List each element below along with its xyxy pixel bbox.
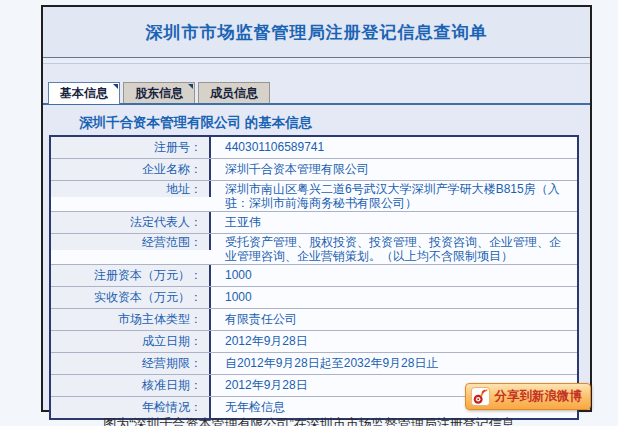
row-label: 市场主体类型： bbox=[51, 309, 211, 330]
table-row: 企业名称： 深圳千合资本管理有限公司 bbox=[51, 159, 577, 181]
row-value: 有限责任公司 bbox=[211, 309, 577, 330]
tab-item-1[interactable]: 股东信息 bbox=[123, 82, 195, 103]
row-label: 核准日期： bbox=[51, 375, 211, 396]
row-label: 经营期限： bbox=[51, 353, 211, 374]
tab-label: 基本信息 bbox=[60, 86, 108, 100]
row-value: 深圳千合资本管理有限公司 bbox=[211, 159, 577, 180]
tab-corner-mark bbox=[113, 84, 118, 89]
tab-label: 股东信息 bbox=[135, 86, 183, 100]
row-value: 440301106589741 bbox=[211, 137, 577, 158]
info-table: 注册号： 440301106589741 企业名称： 深圳千合资本管理有限公司 … bbox=[49, 135, 579, 420]
page-title: 深圳市市场监督管理局注册登记信息查询单 bbox=[146, 21, 488, 44]
title-divider bbox=[43, 57, 590, 64]
row-label: 经营范围： bbox=[51, 234, 211, 250]
tab-label: 成员信息 bbox=[210, 86, 258, 100]
tab-corner-mark bbox=[188, 84, 193, 89]
row-value: 自2012年9月28日起至2032年9月28日止 bbox=[211, 353, 577, 374]
table-row: 注册资本（万元）： 1000 bbox=[51, 265, 577, 287]
weibo-icon bbox=[471, 387, 490, 406]
query-form-container: 深圳市市场监督管理局注册登记信息查询单 基本信息 股东信息 成员信息 深圳千合资… bbox=[41, 5, 592, 412]
row-label: 注册资本（万元）： bbox=[51, 265, 211, 286]
share-button-label: 分享到新浪微博 bbox=[495, 388, 583, 405]
table-row: 注册号： 440301106589741 bbox=[51, 137, 577, 159]
row-label: 注册号： bbox=[51, 137, 211, 158]
section-heading: 深圳千合资本管理有限公司 的基本信息 bbox=[79, 114, 590, 132]
table-row: 地址： 深圳市南山区粤兴二道6号武汉大学深圳产学研大楼B815房（入驻：深圳市前… bbox=[51, 181, 577, 212]
title-bar: 深圳市市场监督管理局注册登记信息查询单 bbox=[43, 7, 590, 57]
page-caption: 图为“深圳千合资本管理有限公司”在深圳市市场监督管理局注册登记信息 bbox=[0, 415, 618, 426]
table-row: 经营范围： 受托资产管理、股权投资、投资管理、投资咨询、企业管理、企业管理咨询、… bbox=[51, 234, 577, 265]
row-label: 成立日期： bbox=[51, 331, 211, 352]
row-value: 1000 bbox=[211, 287, 577, 308]
row-value: 1000 bbox=[211, 265, 577, 286]
row-value: 王亚伟 bbox=[211, 212, 577, 233]
table-row: 法定代表人： 王亚伟 bbox=[51, 212, 577, 234]
table-row: 市场主体类型： 有限责任公司 bbox=[51, 309, 577, 331]
row-label: 实收资本（万元）： bbox=[51, 287, 211, 308]
tab-bar: 基本信息 股东信息 成员信息 bbox=[43, 82, 590, 105]
row-value: 深圳市南山区粤兴二道6号武汉大学深圳产学研大楼B815房（入驻：深圳市前海商务秘… bbox=[211, 181, 577, 211]
tab-item-2[interactable]: 成员信息 bbox=[198, 82, 270, 103]
table-row: 成立日期： 2012年9月28日 bbox=[51, 331, 577, 353]
tab-item-0[interactable]: 基本信息 bbox=[48, 82, 120, 104]
row-value: 受托资产管理、股权投资、投资管理、投资咨询、企业管理、企业管理咨询、企业营销策划… bbox=[211, 234, 577, 264]
table-row: 经营期限： 自2012年9月28日起至2032年9月28日止 bbox=[51, 353, 577, 375]
row-label: 法定代表人： bbox=[51, 212, 211, 233]
row-label: 地址： bbox=[51, 181, 211, 197]
table-row: 实收资本（万元）： 1000 bbox=[51, 287, 577, 309]
row-value: 2012年9月28日 bbox=[211, 331, 577, 352]
row-label: 企业名称： bbox=[51, 159, 211, 180]
share-weibo-button[interactable]: 分享到新浪微博 bbox=[465, 383, 592, 410]
